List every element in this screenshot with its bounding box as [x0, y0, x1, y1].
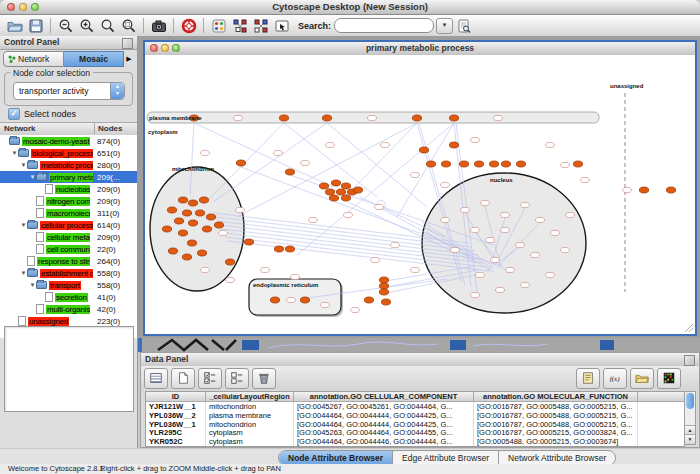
- table-row[interactable]: YPL036W__1mitochondrion[GO:0044464, GO:0…: [146, 420, 684, 429]
- matrix-icon[interactable]: [657, 368, 681, 389]
- network-node-selected[interactable]: [449, 115, 458, 121]
- network-node-selected[interactable]: [325, 189, 334, 195]
- network-node-selected[interactable]: [381, 299, 390, 305]
- network-node[interactable]: [344, 212, 353, 217]
- tree-expand-icon[interactable]: ▼: [11, 150, 18, 156]
- tree-row[interactable]: mosaic-demo-yeast874(0): [0, 135, 137, 147]
- network-node[interactable]: [471, 137, 480, 142]
- tree-row[interactable]: macromolecule311(0): [0, 207, 137, 219]
- tree-expand-icon[interactable]: ▼: [20, 222, 27, 228]
- network-node-selected[interactable]: [331, 180, 340, 186]
- network-node-selected[interactable]: [426, 161, 435, 167]
- network-node[interactable]: [201, 267, 210, 272]
- network-node[interactable]: [326, 142, 335, 147]
- network-node[interactable]: [506, 267, 515, 272]
- network-node-selected[interactable]: [353, 187, 362, 193]
- network-node-selected[interactable]: [489, 161, 498, 167]
- network-node-selected[interactable]: [341, 195, 350, 201]
- tab-overflow-arrow[interactable]: ▶: [124, 55, 134, 63]
- new-attribute-icon[interactable]: [171, 368, 195, 389]
- tree-row[interactable]: cellular metabo209(0): [0, 231, 137, 243]
- network-node[interactable]: [516, 242, 525, 247]
- network-node-selected[interactable]: [199, 197, 208, 203]
- network-node[interactable]: [201, 150, 210, 155]
- network-node-selected[interactable]: [379, 289, 388, 295]
- import-attributes-icon[interactable]: [630, 368, 654, 389]
- zoom-out-icon[interactable]: [55, 17, 76, 35]
- network-node-selected[interactable]: [449, 142, 458, 148]
- network-node[interactable]: [531, 252, 540, 257]
- scroll-down-icon[interactable]: ▼: [685, 434, 695, 444]
- network-navigator[interactable]: [4, 326, 134, 412]
- tree-row[interactable]: ▼transport558(0): [0, 279, 137, 291]
- network-node[interactable]: [441, 217, 450, 222]
- network-node[interactable]: [411, 267, 420, 272]
- table-row[interactable]: YJR121W__1mitochondrion[GO:0045267, GO:0…: [146, 402, 684, 411]
- formula-icon[interactable]: f(x): [603, 368, 627, 389]
- network-node-selected[interactable]: [188, 200, 197, 206]
- network-node-selected[interactable]: [379, 277, 388, 283]
- network-node[interactable]: [561, 247, 570, 252]
- table-row[interactable]: YKR052Ccytoplasm[GO:0044464, GO:0044446,…: [146, 437, 684, 446]
- zoom-window-icon[interactable]: [31, 3, 39, 11]
- zoom-region-icon[interactable]: [118, 17, 139, 35]
- network-node-selected[interactable]: [174, 218, 183, 224]
- tree-row[interactable]: multi-organism pro42(0): [0, 303, 137, 315]
- tree-row[interactable]: cell communicat22(0): [0, 243, 137, 255]
- column-header[interactable]: _cellularLayoutRegion: [206, 392, 294, 401]
- network-node-selected[interactable]: [244, 239, 253, 245]
- network-node[interactable]: [521, 202, 530, 207]
- notes-icon[interactable]: [576, 368, 600, 389]
- minimize-network-window-icon[interactable]: [161, 44, 169, 52]
- tree-row[interactable]: ▼cellular process614(0): [0, 219, 137, 231]
- network-node-selected[interactable]: [459, 161, 468, 167]
- network-node[interactable]: [551, 230, 560, 235]
- network-node[interactable]: [287, 297, 296, 302]
- tree-row[interactable]: nucleobase-209(0): [0, 183, 137, 195]
- column-header[interactable]: ID: [146, 392, 206, 401]
- search-go-button[interactable]: [453, 17, 474, 35]
- zoom-network-window-icon[interactable]: [172, 44, 180, 52]
- network-window[interactable]: primary metabolic process plasma membran…: [143, 40, 697, 336]
- network-node-selected[interactable]: [168, 248, 177, 254]
- network-node[interactable]: [536, 217, 545, 222]
- help-icon[interactable]: [178, 17, 199, 35]
- network-node-selected[interactable]: [441, 161, 450, 167]
- tree-expand-icon[interactable]: ▼: [20, 162, 27, 168]
- network-node[interactable]: [561, 162, 570, 167]
- network-node-selected[interactable]: [167, 207, 176, 213]
- table-scrollbar[interactable]: ▲ ▼: [684, 391, 696, 445]
- network-node-selected[interactable]: [182, 254, 191, 260]
- tree-expand-icon[interactable]: ▼: [20, 270, 27, 276]
- scrollbar-thumb[interactable]: [686, 393, 694, 409]
- network-node-selected[interactable]: [274, 246, 283, 252]
- network-node[interactable]: [566, 212, 575, 217]
- network-node[interactable]: [441, 182, 450, 187]
- table-row[interactable]: YLR295Ccytoplasm[GO:0045263, GO:0044464,…: [146, 428, 684, 437]
- network-node-selected[interactable]: [474, 161, 483, 167]
- search-dropdown-button[interactable]: ▼: [436, 18, 453, 34]
- network-node-selected[interactable]: [412, 115, 421, 121]
- tree-row[interactable]: response to stimulu264(0): [0, 255, 137, 267]
- table-row[interactable]: YPL036W__2plasma membrane[GO:0044464, GO…: [146, 411, 684, 420]
- network-node[interactable]: [234, 115, 243, 120]
- network-node[interactable]: [501, 212, 510, 217]
- network-node[interactable]: [471, 292, 480, 297]
- zoom-in-icon[interactable]: [76, 17, 97, 35]
- network-node-selected[interactable]: [225, 259, 234, 265]
- network-node[interactable]: [494, 115, 503, 120]
- network-node-selected[interactable]: [188, 220, 197, 226]
- network-node[interactable]: [236, 207, 245, 212]
- network-node-selected[interactable]: [206, 214, 215, 220]
- network-node-selected[interactable]: [341, 183, 350, 189]
- float-panel-icon[interactable]: [122, 38, 133, 49]
- network-node[interactable]: [461, 207, 470, 212]
- network-node-selected[interactable]: [639, 187, 648, 193]
- network-node-selected[interactable]: [419, 147, 428, 153]
- open-folder-icon[interactable]: [4, 17, 25, 35]
- table-row[interactable]: YDR039C__1mitochondrion[GO:0044464, GO:0…: [146, 446, 684, 447]
- network-node[interactable]: [581, 177, 590, 182]
- network-node-selected[interactable]: [285, 169, 294, 175]
- network-node-selected[interactable]: [270, 297, 279, 303]
- network-node[interactable]: [501, 227, 510, 232]
